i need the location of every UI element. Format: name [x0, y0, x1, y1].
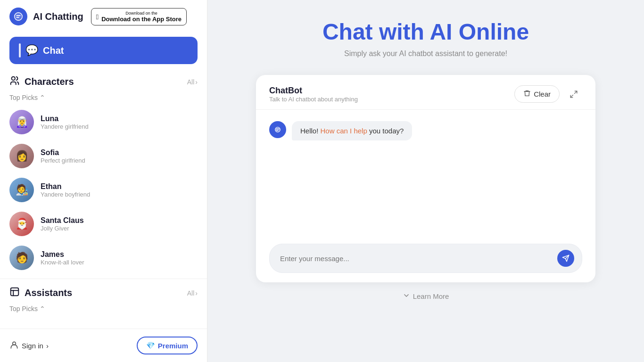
learn-more[interactable]: Learn More	[403, 292, 449, 301]
svg-line-9	[570, 95, 573, 97]
assistants-icon	[9, 287, 20, 299]
sidebar-bottom: Sign in › 💎 Premium	[0, 329, 207, 362]
characters-section-header: Characters All ›	[0, 72, 207, 92]
bot-avatar	[269, 121, 286, 138]
chat-input[interactable]	[280, 255, 557, 263]
chat-icon: 💬	[25, 44, 38, 57]
svg-point-0	[14, 12, 23, 21]
assistants-all-link[interactable]: All ›	[187, 289, 198, 297]
character-desc-santa: Jolly Giver	[41, 225, 84, 232]
character-name-santa: Santa Claus	[41, 216, 84, 225]
svg-line-8	[575, 91, 577, 93]
avatar-sofia: 👩	[9, 144, 34, 168]
message-highlight: How can I help	[321, 127, 367, 135]
chevron-right-icon-2: ›	[195, 289, 198, 297]
avatar-santa: 🎅	[9, 212, 34, 236]
app-store-button[interactable]:  Download on the Download on the App St…	[91, 8, 187, 25]
character-item-sofia[interactable]: 👩 Sofia Perfect girlfriend	[0, 139, 207, 173]
premium-button[interactable]: 💎 Premium	[137, 337, 198, 354]
assistants-top-picks-label: Top Picks ⌃	[9, 305, 45, 313]
chat-messages: Hello! How can I help you today?	[256, 110, 595, 239]
expand-button[interactable]	[565, 86, 582, 103]
nav-indicator	[19, 43, 21, 58]
send-button[interactable]	[557, 250, 574, 267]
avatar-ethan: 🧑‍🎨	[9, 178, 34, 202]
chat-nav-button[interactable]: 💬 Chat	[9, 37, 198, 64]
clear-button[interactable]: Clear	[514, 85, 560, 103]
bot-message-row: Hello! How can I help you today?	[269, 121, 582, 140]
top-picks-label: Top Picks ⌃	[9, 94, 45, 101]
assistants-title: Assistants	[9, 287, 72, 299]
chat-panel: ChatBot Talk to AI chatbot about anythin…	[256, 75, 595, 282]
chatbot-name: ChatBot	[269, 86, 358, 96]
svg-rect-3	[11, 288, 19, 296]
chevron-down-icon	[403, 292, 410, 301]
logo-icon	[9, 8, 27, 25]
characters-icon	[9, 75, 20, 88]
chat-input-area	[256, 239, 595, 273]
avatar-luna: 🧝‍♀️	[9, 110, 34, 134]
user-icon	[9, 340, 19, 351]
chat-panel-header: ChatBot Talk to AI chatbot about anythin…	[256, 75, 595, 110]
sign-in-chevron: ›	[46, 342, 49, 350]
avatar-james: 🧑	[9, 246, 34, 270]
character-name-luna: Luna	[41, 115, 89, 123]
learn-more-label: Learn More	[413, 292, 449, 300]
character-info-james: James Know-it-all lover	[41, 250, 84, 266]
sidebar-header: AI Chatting  Download on the Download o…	[0, 0, 207, 33]
hero-subtitle: Simply ask your AI chatbot assistant to …	[344, 49, 507, 58]
chat-input-wrap	[269, 244, 582, 273]
hero-title: Chat with AI Online	[322, 19, 529, 45]
chevron-right-icon: ›	[195, 78, 198, 86]
character-name-ethan: Ethan	[41, 182, 90, 191]
assistants-top-picks-header: Top Picks ⌃	[0, 303, 207, 316]
premium-icon: 💎	[146, 341, 155, 350]
premium-label: Premium	[158, 342, 188, 350]
character-desc-luna: Yandere girlfriend	[41, 123, 89, 130]
character-item-ethan[interactable]: 🧑‍🎨 Ethan Yandere boyfriend	[0, 173, 207, 207]
characters-all-link[interactable]: All ›	[187, 78, 198, 86]
character-item-james[interactable]: 🧑 James Know-it-all lover	[0, 241, 207, 275]
character-name-james: James	[41, 250, 84, 259]
section-divider	[0, 279, 207, 279]
app-store-label: Download on the Download on the App Stor…	[101, 11, 182, 23]
character-item-luna[interactable]: 🧝‍♀️ Luna Yandere girlfriend	[0, 105, 207, 139]
character-info-sofia: Sofia Perfect girlfriend	[41, 148, 85, 164]
characters-title: Characters	[9, 75, 74, 88]
bot-message-bubble: Hello! How can I help you today?	[292, 121, 412, 140]
svg-point-2	[12, 77, 15, 80]
chatbot-info: ChatBot Talk to AI chatbot about anythin…	[269, 86, 358, 103]
chevron-up-icon: ⌃	[40, 94, 45, 101]
clear-label: Clear	[534, 90, 551, 98]
top-picks-header: Top Picks ⌃	[0, 92, 207, 105]
sign-in-button[interactable]: Sign in ›	[9, 340, 49, 351]
eraser-icon	[523, 90, 531, 99]
character-name-sofia: Sofia	[41, 148, 85, 157]
app-title: AI Chatting	[33, 11, 83, 22]
character-desc-james: Know-it-all lover	[41, 259, 84, 266]
character-info-ethan: Ethan Yandere boyfriend	[41, 182, 90, 198]
character-desc-sofia: Perfect girlfriend	[41, 157, 85, 164]
apple-icon: 	[96, 13, 99, 21]
character-list: 🧝‍♀️ Luna Yandere girlfriend 👩 Sofia Per…	[0, 105, 207, 275]
main-content: Chat with AI Online Simply ask your AI c…	[207, 0, 644, 362]
chat-actions: Clear	[514, 85, 582, 103]
assistants-section-header: Assistants All ›	[0, 283, 207, 303]
svg-point-10	[275, 127, 281, 132]
chevron-up-icon-2: ⌃	[40, 305, 45, 313]
character-desc-ethan: Yandere boyfriend	[41, 191, 90, 198]
chatbot-description: Talk to AI chatbot about anything	[269, 96, 358, 103]
character-item-santa[interactable]: 🎅 Santa Claus Jolly Giver	[0, 207, 207, 241]
character-info-luna: Luna Yandere girlfriend	[41, 115, 89, 130]
sidebar: AI Chatting  Download on the Download o…	[0, 0, 207, 362]
character-info-santa: Santa Claus Jolly Giver	[41, 216, 84, 232]
chat-nav-label: Chat	[43, 45, 64, 56]
sign-in-label: Sign in	[22, 342, 43, 350]
